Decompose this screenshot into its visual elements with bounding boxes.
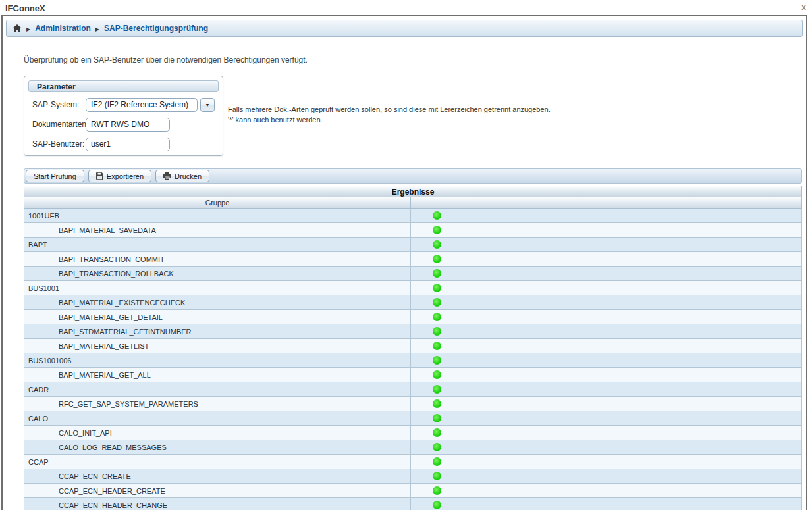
- breadcrumb-item-administration[interactable]: Administration: [35, 24, 91, 33]
- exportieren-button[interactable]: Exportieren: [88, 170, 151, 182]
- status-ok-icon: [433, 211, 441, 220]
- group-name-cell: BAPI_MATERIAL_GET_ALL: [24, 368, 411, 382]
- gruppe-column-header[interactable]: Gruppe: [24, 197, 411, 208]
- group-name-cell: CADR: [24, 382, 411, 396]
- group-name: BAPI_TRANSACTION_ROLLBACK: [59, 270, 174, 278]
- dokumentarten-row: Dokumentarten:: [28, 117, 219, 132]
- home-icon[interactable]: [13, 24, 22, 32]
- table-row[interactable]: BAPI_TRANSACTION_COMMIT: [24, 252, 802, 267]
- status-ok-icon: [433, 443, 441, 451]
- status-ok-icon: [433, 240, 441, 249]
- group-name: CCAP_ECN_HEADER_CHANGE: [59, 501, 167, 509]
- status-ok-icon: [433, 414, 441, 422]
- status-cell: [411, 426, 801, 440]
- status-cell: [411, 209, 801, 222]
- close-icon[interactable]: x: [801, 3, 806, 12]
- table-row[interactable]: BUS1001006: [24, 353, 802, 368]
- status-ok-icon: [433, 255, 441, 263]
- sap-benutzer-input[interactable]: [86, 138, 170, 151]
- group-name: RFC_GET_SAP_SYSTEM_PARAMETERS: [59, 400, 198, 408]
- status-ok-icon: [433, 472, 441, 480]
- dokumentarten-label: Dokumentarten:: [32, 120, 86, 129]
- status-ok-icon: [433, 428, 441, 437]
- group-name-cell: RFC_GET_SAP_SYSTEM_PARAMETERS: [24, 397, 411, 411]
- status-cell: [411, 339, 801, 353]
- status-ok-icon: [433, 298, 441, 307]
- group-name: CALO_INIT_API: [59, 429, 112, 437]
- group-name: CALO_LOG_READ_MESSAGES: [59, 444, 167, 451]
- group-name: BUS1001006: [28, 357, 71, 365]
- table-row[interactable]: BAPT: [24, 238, 802, 252]
- group-name: CCAP_ECN_CREATE: [59, 472, 131, 480]
- table-row[interactable]: RFC_GET_SAP_SYSTEM_PARAMETERS: [24, 397, 802, 411]
- toolbar: Start Prüfung Exportieren Drucken: [24, 168, 802, 184]
- group-name-cell: CALO: [24, 411, 411, 425]
- status-ok-icon: [433, 327, 441, 336]
- table-row[interactable]: CALO_LOG_READ_MESSAGES: [24, 440, 802, 455]
- status-ok-icon: [433, 399, 441, 408]
- save-icon: [96, 172, 103, 180]
- table-row[interactable]: BAPI_MATERIAL_GET_ALL: [24, 368, 802, 382]
- sap-system-select[interactable]: IF2 (IF2 Reference System): [86, 98, 198, 112]
- group-name: 1001UEB: [28, 212, 59, 220]
- hint-text: Falls mehrere Dok.-Arten geprüft werden …: [228, 104, 623, 125]
- hint-line-1: Falls mehrere Dok.-Arten geprüft werden …: [228, 104, 623, 115]
- status-ok-icon: [433, 385, 441, 394]
- status-ok-icon: [433, 269, 441, 278]
- table-row[interactable]: BUS1001: [24, 281, 802, 295]
- status-ok-icon: [433, 501, 441, 509]
- group-name-cell: BAPI_MATERIAL_EXISTENCECHECK: [24, 295, 411, 309]
- status-cell: [411, 310, 801, 324]
- group-name: BAPI_MATERIAL_GETLIST: [59, 342, 149, 350]
- group-name: CADR: [28, 386, 49, 394]
- content-frame: ▶ Administration ▶ SAP-Berechtigungsprüf…: [1, 15, 807, 510]
- status-cell: [411, 324, 801, 338]
- group-name: CCAP: [28, 458, 49, 466]
- group-name-cell: CCAP: [24, 455, 411, 469]
- table-row[interactable]: BAPI_STDMATERIAL_GETINTNUMBER: [24, 324, 802, 339]
- table-row[interactable]: BAPI_MATERIAL_GETLIST: [24, 339, 802, 353]
- table-row[interactable]: CADR: [24, 382, 802, 397]
- breadcrumb-item-current[interactable]: SAP-Berechtigungsprüfung: [104, 24, 208, 33]
- status-cell: [411, 484, 801, 497]
- table-row[interactable]: CALO: [24, 411, 802, 426]
- group-name: BUS1001: [28, 284, 59, 292]
- main-content: Überprüfung ob ein SAP-Benutzer über die…: [24, 55, 806, 510]
- group-name-cell: BAPI_STDMATERIAL_GETINTNUMBER: [24, 324, 411, 338]
- status-ok-icon: [433, 486, 441, 495]
- table-row[interactable]: CCAP: [24, 455, 802, 469]
- status-cell: [411, 498, 801, 510]
- status-ok-icon: [433, 370, 441, 379]
- group-name: BAPI_MATERIAL_SAVEDATA: [59, 226, 156, 234]
- group-name: BAPI_MATERIAL_EXISTENCECHECK: [59, 299, 185, 307]
- table-row[interactable]: BAPI_MATERIAL_EXISTENCECHECK: [24, 295, 802, 310]
- chevron-down-icon: ▼: [205, 103, 210, 107]
- status-cell: [411, 368, 801, 382]
- table-row[interactable]: BAPI_TRANSACTION_ROLLBACK: [24, 267, 802, 281]
- table-row[interactable]: CCAP_ECN_HEADER_CHANGE: [24, 498, 802, 510]
- table-row[interactable]: 1001UEB: [24, 209, 802, 223]
- printer-icon: [163, 172, 171, 180]
- status-cell: [411, 469, 801, 483]
- group-name: BAPI_STDMATERIAL_GETINTNUMBER: [59, 328, 192, 336]
- group-name-cell: BUS1001: [24, 281, 411, 295]
- status-cell: [411, 267, 801, 280]
- start-pruefung-button[interactable]: Start Prüfung: [26, 170, 84, 182]
- dokumentarten-input[interactable]: [86, 118, 170, 132]
- status-cell: [411, 440, 801, 454]
- status-ok-icon: [433, 356, 441, 365]
- drucken-button[interactable]: Drucken: [155, 170, 209, 182]
- status-ok-icon: [433, 284, 441, 292]
- table-row[interactable]: CCAP_ECN_HEADER_CREATE: [24, 484, 802, 498]
- table-row[interactable]: BAPI_MATERIAL_SAVEDATA: [24, 223, 802, 238]
- table-row[interactable]: CCAP_ECN_CREATE: [24, 469, 802, 484]
- status-cell: [411, 353, 801, 367]
- table-row[interactable]: CALO_INIT_API: [24, 426, 802, 440]
- table-row[interactable]: BAPI_MATERIAL_GET_DETAIL: [24, 310, 802, 324]
- results-table-column-header-row: Gruppe: [24, 197, 802, 209]
- status-cell: [411, 455, 801, 469]
- parameter-panel-title: Parameter: [28, 80, 219, 92]
- status-column-header[interactable]: [411, 197, 801, 208]
- group-name-cell: BUS1001006: [24, 353, 411, 367]
- sap-system-dropdown-button[interactable]: ▼: [200, 98, 215, 112]
